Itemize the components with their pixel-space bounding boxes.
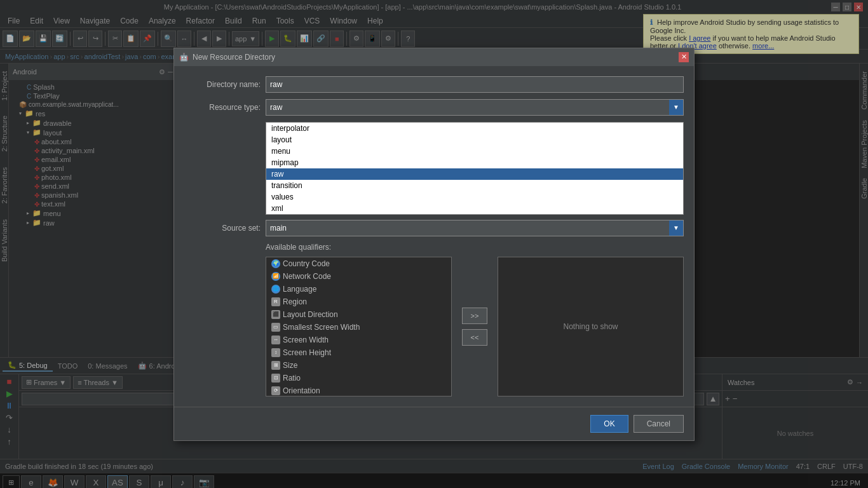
qualifiers-section: 🌍 Country Code 📶 Network Code 🌐 Language… — [184, 257, 684, 396]
qualifiers-label: Available qualifiers: — [184, 243, 684, 252]
resource-type-value: raw — [266, 103, 669, 112]
network-code-icon: 📶 — [271, 272, 280, 281]
size-icon: ⊞ — [271, 361, 280, 370]
qualifier-layout-dir[interactable]: ⬛ Layout Direction — [266, 308, 451, 321]
dd-interpolator[interactable]: interpolator — [266, 123, 683, 134]
resource-type-dropdown-list: interpolator layout menu mipmap raw tran… — [266, 122, 684, 215]
resource-type-row: Resource type: raw ▼ — [184, 99, 684, 116]
qualifier-region[interactable]: R Region — [266, 295, 451, 308]
language-icon: 🌐 — [271, 285, 280, 294]
dd-menu[interactable]: menu — [266, 146, 683, 157]
source-set-row: Source set: main ▼ — [184, 220, 684, 236]
smallest-screen-icon: ▭ — [271, 323, 280, 332]
screen-height-icon: ↕ — [271, 348, 280, 357]
modal-body: Directory name: Resource type: raw ▼ int… — [174, 66, 694, 407]
directory-name-row: Directory name: — [184, 76, 684, 93]
source-set-arrow[interactable]: ▼ — [669, 220, 683, 236]
directory-name-label: Directory name: — [184, 80, 261, 89]
chosen-qualifiers-list: Nothing to show — [498, 257, 684, 396]
dd-mipmap[interactable]: mipmap — [266, 157, 683, 168]
source-set-value: main — [266, 224, 669, 233]
modal-title: New Resource Directory — [193, 53, 275, 62]
cancel-button[interactable]: Cancel — [634, 415, 684, 433]
qualifier-screen-width[interactable]: ↔ Screen Width — [266, 334, 451, 346]
qualifier-smallest-screen[interactable]: ▭ Smallest Screen Width — [266, 321, 451, 334]
qualifier-size[interactable]: ⊞ Size — [266, 359, 451, 372]
qualifier-country-code[interactable]: 🌍 Country Code — [266, 257, 451, 270]
region-icon: R — [271, 297, 280, 306]
dd-xml[interactable]: xml — [266, 203, 683, 214]
qualifier-arrows: >> << — [457, 257, 492, 396]
dd-transition[interactable]: transition — [266, 180, 683, 191]
orientation-icon: ⟳ — [271, 386, 280, 395]
dd-raw[interactable]: raw — [266, 168, 683, 180]
resource-type-dropdown-arrow[interactable]: ▼ — [669, 100, 683, 115]
resource-type-label: Resource type: — [184, 103, 261, 112]
new-resource-directory-dialog: 🤖 New Resource Directory ✕ Directory nam… — [173, 48, 695, 441]
resource-type-select[interactable]: raw ▼ — [266, 99, 684, 116]
directory-name-input[interactable] — [266, 76, 684, 93]
modal-footer: OK Cancel — [174, 407, 694, 440]
dropdown-container: interpolator layout menu mipmap raw tran… — [184, 122, 684, 215]
remove-qualifier-button[interactable]: << — [462, 329, 487, 346]
modal-close-button[interactable]: ✕ — [679, 52, 689, 62]
country-code-icon: 🌍 — [271, 259, 280, 268]
qualifier-orientation[interactable]: ⟳ Orientation — [266, 384, 451, 396]
layout-dir-icon: ⬛ — [271, 310, 280, 319]
modal-overlay: 🤖 New Resource Directory ✕ Directory nam… — [0, 0, 868, 488]
modal-icon: 🤖 — [179, 53, 189, 62]
nothing-to-show-text: Nothing to show — [563, 322, 618, 331]
available-qualifiers-list: 🌍 Country Code 📶 Network Code 🌐 Language… — [266, 257, 452, 396]
qualifier-language[interactable]: 🌐 Language — [266, 283, 451, 295]
ratio-icon: ⊡ — [271, 374, 280, 383]
ok-button[interactable]: OK — [590, 415, 628, 433]
source-set-select[interactable]: main ▼ — [266, 220, 684, 236]
dd-layout[interactable]: layout — [266, 134, 683, 146]
screen-width-icon: ↔ — [271, 336, 280, 344]
dd-values[interactable]: values — [266, 191, 683, 203]
modal-title-bar: 🤖 New Resource Directory ✕ — [174, 48, 694, 66]
qualifier-screen-height[interactable]: ↕ Screen Height — [266, 346, 451, 359]
dropdown-spacer — [184, 122, 266, 215]
source-set-label: Source set: — [184, 224, 261, 233]
add-qualifier-button[interactable]: >> — [462, 308, 487, 324]
qualifier-ratio[interactable]: ⊡ Ratio — [266, 372, 451, 384]
qualifier-network-code[interactable]: 📶 Network Code — [266, 270, 451, 283]
